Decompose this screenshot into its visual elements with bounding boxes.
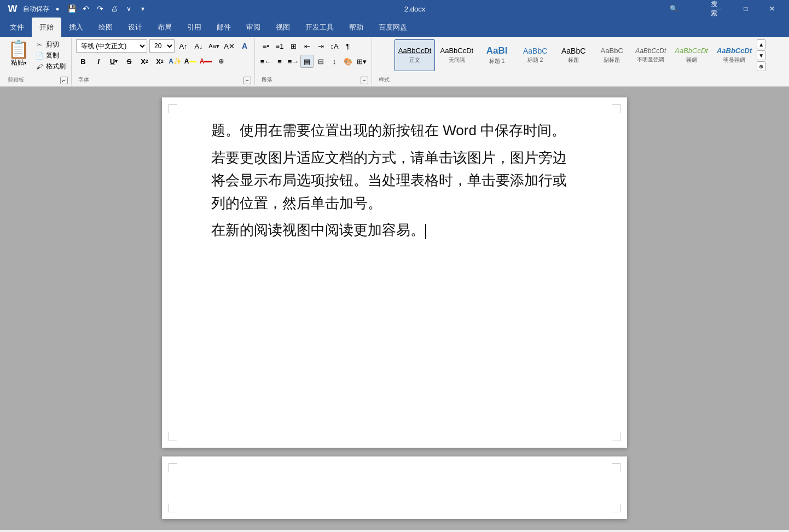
paste-label: 粘贴▾ xyxy=(11,58,27,67)
line-spacing-button[interactable]: ↕ xyxy=(328,55,341,68)
print-button[interactable]: 🖨 xyxy=(108,3,120,15)
save-button[interactable]: 💾 xyxy=(66,3,78,15)
small-clipboard-buttons: ✂ 剪切 📄 复制 🖌 格式刷 xyxy=(33,39,68,72)
style-label-emphasis: 强调 xyxy=(686,56,697,64)
style-item-emphasis[interactable]: AaBbCcDt 强调 xyxy=(671,39,712,71)
clipboard-expand-button[interactable]: ⌐ xyxy=(60,77,68,84)
styles-scroll-down-button[interactable]: ▼ xyxy=(757,50,765,60)
tab-draw[interactable]: 绘图 xyxy=(91,18,120,37)
style-item-subtle-em[interactable]: AaBbCcDt 不明显强调 xyxy=(631,39,670,71)
font-dialog-button[interactable]: A xyxy=(238,39,251,53)
style-item-normal[interactable]: AaBbCcDt 正文 xyxy=(394,39,436,71)
subscript-button[interactable]: X2 xyxy=(137,55,152,68)
format-painter-icon: 🖌 xyxy=(35,63,44,71)
corner-mark-tl xyxy=(169,104,177,113)
paste-button[interactable]: 📋 粘贴▾ xyxy=(5,39,32,68)
page2-corner-br xyxy=(612,504,620,512)
tab-developer[interactable]: 开发工具 xyxy=(298,18,341,37)
page2-corner-bl xyxy=(169,504,177,512)
tab-mailings[interactable]: 邮件 xyxy=(209,18,239,37)
clipboard-buttons: 📋 粘贴▾ ✂ 剪切 📄 复制 🖌 格式刷 xyxy=(5,39,68,74)
paragraph-expand-button[interactable]: ⌐ xyxy=(361,77,368,84)
bullets-button[interactable]: ≡• xyxy=(259,39,272,53)
document-page-1[interactable]: 题。使用在需要位置出现的新按钮在 Word 中保存时间。 若要更改图片适应文档的… xyxy=(162,97,627,448)
redo-button[interactable]: ↷ xyxy=(94,3,106,15)
style-item-strong-em[interactable]: AaBbCcDt 明显强调 xyxy=(713,39,756,71)
align-center-button[interactable]: ≡ xyxy=(273,55,286,68)
style-item-heading1[interactable]: AaBl 标题 1 xyxy=(478,39,515,71)
bold-button[interactable]: B xyxy=(76,55,90,68)
document-page-2[interactable] xyxy=(162,456,627,519)
tab-file[interactable]: 文件 xyxy=(2,18,32,37)
highlight-color-button[interactable]: A xyxy=(183,55,198,68)
styles-more-button[interactable]: ⊕ xyxy=(757,61,765,71)
tab-baidu[interactable]: 百度网盘 xyxy=(371,18,415,37)
style-preview-heading1: AaBl xyxy=(486,45,508,56)
document-text-page1[interactable]: 题。使用在需要位置出现的新按钮在 Word 中保存时间。 若要更改图片适应文档的… xyxy=(211,119,578,242)
more-commands-button[interactable]: ▾ xyxy=(137,3,149,15)
ribbon-group-font: 等线 (中文正文) 20 A↑ A↓ Aa▾ A✕ A B I U▾ S X2 … xyxy=(73,38,255,85)
strikethrough-button[interactable]: S xyxy=(122,55,136,68)
tab-design[interactable]: 设计 xyxy=(120,18,150,37)
style-label-title: 标题 xyxy=(568,56,579,64)
style-item-subtitle[interactable]: AaBbC 副标题 xyxy=(593,39,630,71)
format-painter-button[interactable]: 🖌 格式刷 xyxy=(33,61,68,72)
shading-button[interactable]: 🎨 xyxy=(341,55,355,68)
styles-scroll-up-button[interactable]: ▲ xyxy=(757,39,765,49)
sort-button[interactable]: ↕A xyxy=(328,39,341,53)
decrease-font-size-button[interactable]: A↓ xyxy=(192,39,205,53)
paragraph-group-label: 段落 xyxy=(259,76,275,84)
font-family-select[interactable]: 等线 (中文正文) xyxy=(76,39,147,53)
borders-button[interactable]: ⊞▾ xyxy=(355,55,368,68)
tab-review[interactable]: 审阅 xyxy=(239,18,268,37)
style-preview-subtitle: AaBbC xyxy=(601,47,623,55)
style-item-title[interactable]: AaBbC 标题 xyxy=(555,39,592,71)
justify-button[interactable]: ▤ xyxy=(300,55,314,68)
font-color-button[interactable]: A xyxy=(199,55,213,68)
italic-button[interactable]: I xyxy=(91,55,106,68)
tab-help[interactable]: 帮助 xyxy=(341,18,371,37)
ribbon-content: 📋 粘贴▾ ✂ 剪切 📄 复制 🖌 格式刷 xyxy=(0,37,789,86)
style-label-nospace: 无间隔 xyxy=(449,56,465,64)
text-effect-button[interactable]: A✨ xyxy=(168,55,182,68)
close-button[interactable]: ✕ xyxy=(759,0,785,18)
underline-button[interactable]: U▾ xyxy=(107,55,121,68)
numbering-button[interactable]: ≡1 xyxy=(273,39,286,53)
search-bar-title[interactable]: 🔍 搜索 xyxy=(681,0,706,18)
customize-qat-button[interactable]: ∨ xyxy=(123,3,135,15)
copy-button[interactable]: 📄 复制 xyxy=(33,50,68,61)
decrease-indent-button[interactable]: ⇤ xyxy=(300,39,314,53)
tab-view[interactable]: 视图 xyxy=(268,18,298,37)
style-label-strong-em: 明显强调 xyxy=(723,56,745,64)
style-preview-emphasis: AaBbCcDt xyxy=(675,47,708,55)
style-item-heading2[interactable]: AaBbC 标题 2 xyxy=(517,39,554,71)
change-case-button[interactable]: Aa▾ xyxy=(207,39,221,53)
align-right-button[interactable]: ≡→ xyxy=(287,55,300,68)
increase-font-size-button[interactable]: A↑ xyxy=(177,39,190,53)
autosave-toggle[interactable]: ● xyxy=(51,3,63,15)
increase-indent-button[interactable]: ⇥ xyxy=(314,39,327,53)
font-expand-button[interactable]: ⌐ xyxy=(243,77,251,84)
title-bar: W 自动保存 ● 💾 ↶ ↷ 🖨 ∨ ▾ 2.docx 🔍 搜索 ─ □ ✕ xyxy=(0,0,789,18)
superscript-button[interactable]: X2 xyxy=(153,55,167,68)
align-left-button[interactable]: ≡← xyxy=(259,55,272,68)
undo-button[interactable]: ↶ xyxy=(80,3,92,15)
font-size-select[interactable]: 20 xyxy=(149,39,175,53)
style-item-nospace[interactable]: AaBbCcDt 无间隔 xyxy=(436,39,477,71)
tab-references[interactable]: 引用 xyxy=(179,18,209,37)
corner-mark-bl xyxy=(169,432,177,441)
maximize-button[interactable]: □ xyxy=(733,0,758,18)
cut-button[interactable]: ✂ 剪切 xyxy=(33,39,68,50)
font-bottom-more[interactable]: ⊕ xyxy=(214,55,228,68)
tab-home[interactable]: 开始 xyxy=(32,18,61,37)
corner-mark-tr xyxy=(612,104,620,113)
minimize-button[interactable]: ─ xyxy=(707,0,732,18)
style-preview-strong-em: AaBbCcDt xyxy=(717,47,752,55)
multilevel-list-button[interactable]: ⊞ xyxy=(287,39,300,53)
clear-format-button[interactable]: A✕ xyxy=(223,39,236,53)
paragraph-controls: ≡• ≡1 ⊞ ⇤ ⇥ ↕A ¶ ≡← ≡ ≡→ ▤ ⊟ ↕ 🎨 ⊞▾ xyxy=(259,39,368,74)
distributed-button[interactable]: ⊟ xyxy=(314,55,327,68)
show-formatting-button[interactable]: ¶ xyxy=(341,39,355,53)
tab-insert[interactable]: 插入 xyxy=(61,18,91,37)
tab-layout[interactable]: 布局 xyxy=(150,18,179,37)
